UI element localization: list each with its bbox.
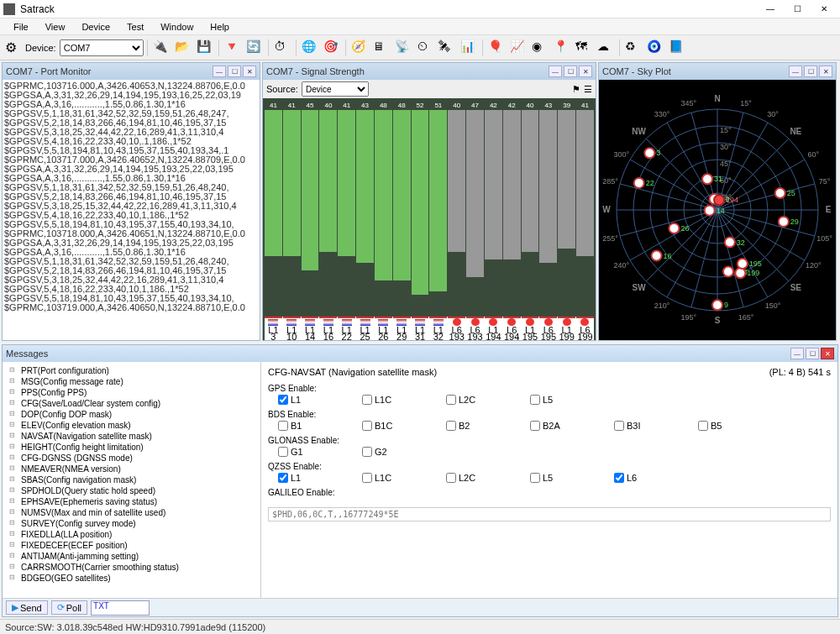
tree-item[interactable]: CFG(Save/Load/Clear system config)	[6, 398, 257, 409]
tree-item[interactable]: ELEV(Config elevation mask)	[6, 420, 257, 431]
enable-option[interactable]: B3I	[614, 421, 664, 431]
balloon-icon[interactable]: 🎈	[486, 38, 507, 58]
format-dropdown[interactable]: TXT	[91, 600, 150, 616]
nav-icon[interactable]: 🧿	[645, 38, 665, 58]
enable-checkbox[interactable]	[278, 473, 288, 483]
book-icon[interactable]: 📘	[667, 38, 687, 58]
panel-min-button[interactable]: —	[549, 65, 562, 77]
radar-icon[interactable]: ◉	[530, 38, 550, 58]
enable-option[interactable]: G1	[278, 447, 328, 457]
enable-checkbox[interactable]	[362, 473, 372, 483]
enable-option[interactable]: L5	[530, 395, 580, 405]
tree-item[interactable]: CARRSMOOTH(Carrier smoothing status)	[6, 562, 257, 573]
nmea-log[interactable]: $GPRMC,103716.000,A,3426.40653,N,13224.8…	[3, 80, 260, 340]
tree-item[interactable]: FIXEDECEF(ECEF position)	[6, 540, 257, 551]
enable-checkbox[interactable]	[362, 447, 372, 457]
enable-option[interactable]: L6	[614, 473, 664, 483]
panel-min-button[interactable]: —	[213, 65, 226, 77]
source-select[interactable]: Device	[302, 81, 369, 97]
enable-checkbox[interactable]	[530, 395, 540, 405]
enable-checkbox[interactable]	[362, 421, 372, 431]
refresh-icon[interactable]: 🔄	[244, 38, 265, 58]
menu-file[interactable]: File	[5, 20, 37, 34]
enable-checkbox[interactable]	[614, 421, 624, 431]
chart-icon[interactable]: 📈	[508, 38, 528, 58]
globe-icon[interactable]: 🌐	[300, 38, 320, 58]
save-icon[interactable]: 💾	[195, 38, 215, 58]
panel-min-button[interactable]: —	[789, 65, 802, 77]
message-tree[interactable]: PRT(Port configuration)MSG(Config messag…	[3, 362, 261, 598]
enable-checkbox[interactable]	[446, 421, 456, 431]
menu-view[interactable]: View	[37, 20, 74, 34]
compass-icon[interactable]: 🧭	[349, 38, 370, 58]
enable-checkbox[interactable]	[698, 421, 708, 431]
panel-max-button[interactable]: ☐	[806, 348, 819, 359]
enable-option[interactable]: L1C	[362, 473, 412, 483]
tree-item[interactable]: FIXEDLLA(LLA position)	[6, 529, 257, 540]
device-select[interactable]: COM7	[60, 39, 144, 56]
tree-item[interactable]: SPDHOLD(Query static hold speed)	[6, 485, 257, 496]
enable-checkbox[interactable]	[446, 473, 456, 483]
tree-item[interactable]: PPS(Config PPS)	[6, 387, 257, 398]
enable-checkbox[interactable]	[278, 447, 288, 457]
enable-option[interactable]: B1C	[362, 421, 412, 431]
enable-checkbox[interactable]	[278, 395, 288, 405]
tree-item[interactable]: ANTIJAM(Anti-jamming setting)	[6, 551, 257, 562]
enable-option[interactable]: L2C	[446, 395, 496, 405]
gear-icon[interactable]: ⚙	[3, 38, 24, 58]
menu-device[interactable]: Device	[73, 20, 118, 34]
enable-option[interactable]: L2C	[446, 473, 496, 483]
reload-icon[interactable]: ♻	[623, 38, 643, 58]
panel-close-button[interactable]: ✕	[579, 65, 592, 77]
close-button[interactable]: ✕	[811, 2, 837, 17]
tree-item[interactable]: BDGEO(GEO satellites)	[6, 573, 257, 584]
enable-checkbox[interactable]	[362, 395, 372, 405]
folder-icon[interactable]: 📂	[173, 38, 193, 58]
command-box[interactable]	[268, 507, 831, 521]
enable-option[interactable]: L1	[278, 473, 328, 483]
tree-item[interactable]: DOP(Config DOP mask)	[6, 409, 257, 420]
target-icon[interactable]: 🎯	[322, 38, 342, 58]
panel-close-button[interactable]: ✕	[819, 65, 832, 77]
download-icon[interactable]: 🔻	[223, 38, 243, 58]
enable-checkbox[interactable]	[278, 421, 288, 431]
enable-checkbox[interactable]	[530, 421, 540, 431]
enable-option[interactable]: B1	[278, 421, 328, 431]
enable-checkbox[interactable]	[446, 395, 456, 405]
monitor-icon[interactable]: 🖥	[371, 38, 391, 58]
enable-option[interactable]: B2A	[530, 421, 580, 431]
cloud-icon[interactable]: ☁	[596, 38, 616, 58]
flag-icon[interactable]: ⚑	[572, 84, 580, 95]
enable-option[interactable]: B5	[698, 421, 748, 431]
panel-close-button[interactable]: ✕	[243, 65, 256, 77]
tree-item[interactable]: NUMSV(Max and min of satellite used)	[6, 507, 257, 518]
tree-item[interactable]: SURVEY(Config survey mode)	[6, 518, 257, 529]
enable-checkbox[interactable]	[530, 473, 540, 483]
tree-item[interactable]: EPHSAVE(Ephemeris saving status)	[6, 496, 257, 507]
enable-option[interactable]: L1C	[362, 395, 412, 405]
enable-option[interactable]: L1	[278, 395, 328, 405]
layers-icon[interactable]: 🗺	[574, 38, 594, 58]
antenna-icon[interactable]: 📡	[393, 38, 413, 58]
timer-icon[interactable]: ⏱	[272, 38, 292, 58]
gauge-icon[interactable]: ⏲	[415, 38, 435, 58]
connect-icon[interactable]: 🔌	[151, 38, 171, 58]
minimize-button[interactable]: —	[758, 2, 783, 17]
tree-item[interactable]: NMEAVER(NMEA version)	[6, 464, 257, 474]
panel-min-button[interactable]: —	[790, 348, 804, 359]
enable-option[interactable]: G2	[362, 447, 412, 457]
pin-icon[interactable]: 📍	[552, 38, 572, 58]
enable-option[interactable]: L5	[530, 473, 580, 483]
menu-help[interactable]: Help	[202, 20, 238, 34]
tree-item[interactable]: PRT(Port configuration)	[6, 365, 257, 376]
bars-icon[interactable]: 📊	[459, 38, 479, 58]
panel-max-button[interactable]: ☐	[228, 65, 241, 77]
maximize-button[interactable]: ☐	[785, 2, 810, 17]
enable-option[interactable]: B2	[446, 421, 496, 431]
menu-test[interactable]: Test	[118, 20, 152, 34]
satellite-icon[interactable]: 🛰	[437, 38, 457, 58]
poll-button[interactable]: ⟳Poll	[51, 600, 87, 615]
tree-item[interactable]: MSG(Config message rate)	[6, 376, 257, 387]
tree-item[interactable]: SBAS(Config navigation mask)	[6, 474, 257, 485]
list-icon[interactable]: ☰	[584, 84, 592, 95]
